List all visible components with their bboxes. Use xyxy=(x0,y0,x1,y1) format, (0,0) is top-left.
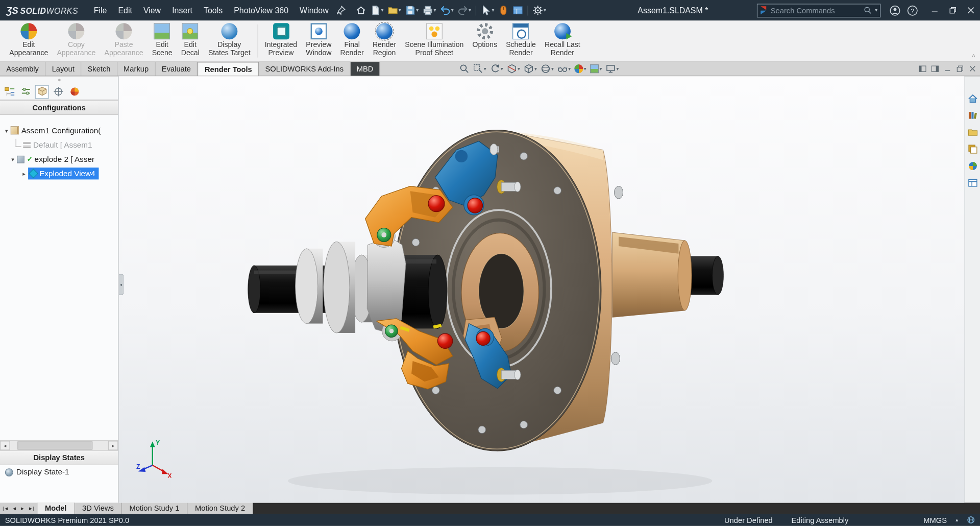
red-pin[interactable] xyxy=(428,196,445,212)
search-icon[interactable] xyxy=(864,6,872,14)
ribbon-schedule-render[interactable]: ScheduleRender xyxy=(502,20,541,61)
home-button[interactable] xyxy=(354,4,368,17)
task-pane-button[interactable] xyxy=(510,4,525,17)
minimize-button[interactable] xyxy=(925,0,944,20)
tab-model[interactable]: Model xyxy=(37,503,75,514)
ribbon-edit-scene[interactable]: EditScene xyxy=(148,20,177,61)
previous-tab-button[interactable]: ◄ xyxy=(12,506,17,511)
file-explorer-button[interactable] xyxy=(967,126,978,137)
menu-tools[interactable]: Tools xyxy=(198,0,228,20)
previous-view-button[interactable]: ▾ xyxy=(489,64,505,74)
units-selector[interactable]: MMGS xyxy=(923,516,947,524)
web-status-icon[interactable] xyxy=(967,516,975,524)
section-view-button[interactable]: ▾ xyxy=(506,64,522,74)
selected-tree-item[interactable]: Exploded View4 xyxy=(28,168,99,179)
tab-3d-views[interactable]: 3D Views xyxy=(75,503,121,514)
propertymanager-tab[interactable] xyxy=(19,85,33,99)
menu-window[interactable]: Window xyxy=(294,0,334,20)
panel-grip[interactable] xyxy=(0,76,118,84)
scrollbar-track[interactable] xyxy=(10,441,108,450)
view-orientation-button[interactable]: ▾ xyxy=(523,64,538,74)
apply-scene-button[interactable]: ▾ xyxy=(589,64,603,73)
save-button[interactable]: ▾ xyxy=(403,4,420,17)
pane-split-left-icon[interactable] xyxy=(919,65,926,73)
menu-edit[interactable]: Edit xyxy=(112,0,137,20)
tab-assembly[interactable]: Assembly xyxy=(0,62,45,76)
tab-layout[interactable]: Layout xyxy=(45,62,81,76)
open-button[interactable]: ▾ xyxy=(385,4,403,17)
tree-item-configuration-root[interactable]: ▾ Assem1 Configuration( xyxy=(0,123,118,137)
ribbon-options[interactable]: Options xyxy=(468,20,502,61)
tab-motion-study-1[interactable]: Motion Study 1 xyxy=(122,503,188,514)
select-button[interactable]: ▾ xyxy=(479,4,496,17)
menu-view[interactable]: View xyxy=(138,0,166,20)
display-style-button[interactable]: ▾ xyxy=(540,64,555,74)
tree-item-default-config[interactable]: Default [ Assem1 xyxy=(0,137,118,152)
options-button[interactable]: ▾ xyxy=(530,4,548,17)
close-button[interactable] xyxy=(962,0,980,20)
green-pin[interactable] xyxy=(377,228,391,242)
tab-render-tools[interactable]: Render Tools xyxy=(198,62,259,76)
ribbon-final-render[interactable]: FinalRender xyxy=(336,20,368,61)
search-commands-box[interactable]: ▾ xyxy=(757,4,880,17)
ribbon-display-states-target[interactable]: DisplayStates Target xyxy=(204,20,255,61)
redo-button[interactable]: ▾ xyxy=(455,4,473,17)
red-pin[interactable] xyxy=(437,333,452,348)
ribbon-render-region[interactable]: RenderRegion xyxy=(368,20,400,61)
assembly-3d-model[interactable] xyxy=(119,76,965,503)
panel-splitter-handle[interactable]: ◄ xyxy=(119,274,124,295)
search-commands-input[interactable] xyxy=(771,6,862,15)
doc-restore-icon[interactable] xyxy=(956,65,964,73)
tab-evaluate[interactable]: Evaluate xyxy=(156,62,198,76)
ribbon-edit-decal[interactable]: EditDecal xyxy=(177,20,204,61)
units-caret-icon[interactable]: ▴ xyxy=(955,517,958,523)
tree-item-explode-config[interactable]: ▾ ✓ explode 2 [ Asser xyxy=(0,152,118,166)
red-pin[interactable] xyxy=(468,198,482,213)
dimxpertmanager-tab[interactable] xyxy=(51,85,65,99)
ribbon-collapse-button[interactable]: ^ xyxy=(972,53,975,60)
help-icon[interactable]: ? xyxy=(907,5,918,16)
edit-appearance-hud-button[interactable]: ▾ xyxy=(573,64,587,73)
green-pin[interactable] xyxy=(385,325,398,337)
ribbon-scene-illumination-proof-sheet[interactable]: Scene IlluminationProof Sheet xyxy=(401,20,468,61)
tree-horizontal-scrollbar[interactable]: ◄ ► xyxy=(0,440,118,450)
tab-mbd[interactable]: MBD xyxy=(350,62,380,76)
last-tab-button[interactable]: ►| xyxy=(28,506,34,511)
configurationmanager-tab[interactable] xyxy=(35,85,49,99)
touch-mode-button[interactable] xyxy=(496,4,510,17)
tab-solidworks-add-ins[interactable]: SOLIDWORKS Add-Ins xyxy=(259,62,350,76)
restore-button[interactable] xyxy=(944,0,962,20)
search-dropdown-caret[interactable]: ▾ xyxy=(875,8,877,13)
tree-expand-icon[interactable]: ▸ xyxy=(20,171,28,177)
pin-menu-button[interactable] xyxy=(335,5,346,16)
hide-show-items-button[interactable]: ▾ xyxy=(556,64,572,74)
red-pin[interactable] xyxy=(476,331,490,345)
right-hub-part[interactable] xyxy=(612,232,692,317)
undo-button[interactable]: ▾ xyxy=(438,4,455,17)
pane-split-right-icon[interactable] xyxy=(931,65,939,73)
scroll-right-arrow[interactable]: ► xyxy=(108,441,118,450)
print-button[interactable]: ▾ xyxy=(421,4,438,17)
scroll-left-arrow[interactable]: ◄ xyxy=(0,441,10,450)
ribbon-edit-appearance[interactable]: EditAppearance xyxy=(5,20,53,61)
displaymanager-tab[interactable] xyxy=(67,85,81,99)
appearances-button[interactable] xyxy=(967,160,978,171)
display-state-item[interactable]: Display State-1 xyxy=(0,465,118,479)
next-tab-button[interactable]: ► xyxy=(20,506,25,511)
tab-motion-study-2[interactable]: Motion Study 2 xyxy=(187,503,253,514)
tree-expand-icon[interactable]: ▾ xyxy=(3,127,11,133)
account-icon[interactable] xyxy=(889,5,900,16)
custom-properties-button[interactable] xyxy=(967,177,978,188)
tree-item-exploded-view[interactable]: ▸ Exploded View4 xyxy=(0,166,118,181)
scrollbar-thumb[interactable] xyxy=(17,441,92,449)
menu-insert[interactable]: Insert xyxy=(166,0,198,20)
zoom-to-fit-button[interactable] xyxy=(458,64,471,74)
featuremanager-tab[interactable] xyxy=(3,85,16,99)
menu-photoview-360[interactable]: PhotoView 360 xyxy=(228,0,294,20)
doc-close-icon[interactable] xyxy=(969,65,976,73)
ribbon-integrated-preview[interactable]: IntegratedPreview xyxy=(260,20,302,61)
zoom-to-area-button[interactable]: ▾ xyxy=(472,64,487,74)
tab-sketch[interactable]: Sketch xyxy=(81,62,117,76)
view-palette-button[interactable] xyxy=(967,143,978,154)
ribbon-preview-window[interactable]: PreviewWindow xyxy=(302,20,336,61)
